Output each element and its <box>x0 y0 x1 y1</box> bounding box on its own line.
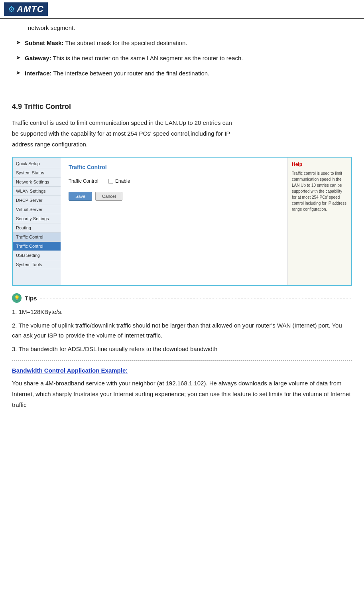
gateway-label: Gateway: <box>25 55 51 61</box>
sidebar-traffic-control-active[interactable]: Traffic Control <box>13 242 61 251</box>
bandwidth-body: You share a 4M-broadband service with yo… <box>12 378 352 410</box>
subnet-text: Subnet Mask: The subnet mask for the spe… <box>25 38 187 48</box>
router-cancel-button[interactable]: Cancel <box>95 192 122 201</box>
router-save-button[interactable]: Save <box>69 192 92 201</box>
sidebar-quick-setup[interactable]: Quick Setup <box>13 159 61 168</box>
sidebar-routing[interactable]: Routing <box>13 223 61 233</box>
sidebar-dhcp-server[interactable]: DHCP Server <box>13 196 61 205</box>
interface-bullet: ➤ Interface: The interface between your … <box>12 69 352 78</box>
interface-label: Interface: <box>25 70 52 77</box>
router-main-area: Traffic Control Traffic Control Enable S… <box>61 158 287 285</box>
bullet-arrow-gateway: ➤ <box>16 54 21 61</box>
bullet-arrow-subnet: ➤ <box>16 39 21 45</box>
section-49-body3: address range configuration. <box>12 141 88 148</box>
screenshot-inner: Quick Setup System Status Network Settin… <box>13 158 351 285</box>
router-help-panel: Help Traffic control is used to limit co… <box>287 158 351 285</box>
bullet-arrow-interface: ➤ <box>16 69 21 76</box>
section-49-heading: 4.9 Triffic Control <box>12 103 352 111</box>
section-49-body2: be supported with the capability for at … <box>12 130 230 137</box>
tips-item-2: 2. The volume of uplink traffic/downlink… <box>12 320 352 341</box>
logo-icon: ⚙ <box>8 4 15 14</box>
router-screenshot: Quick Setup System Status Network Settin… <box>12 157 352 286</box>
tips-item-3: 3. The bandwidth for ADSL/DSL line usual… <box>12 344 352 354</box>
tips-label: Tips <box>25 295 37 302</box>
subnet-desc: The subnet mask for the specified destin… <box>65 39 187 46</box>
subnet-label: Subnet Mask: <box>25 39 64 46</box>
gateway-bullet: ➤ Gateway: This is the next router on th… <box>12 53 352 63</box>
sidebar-system-tools[interactable]: System Tools <box>13 260 61 269</box>
tips-item-1: 1. 1M=128KByte/s. <box>12 307 352 317</box>
router-form-label: Traffic Control <box>69 178 108 184</box>
tips-icon: 💡 <box>12 293 22 303</box>
router-help-text: Traffic control is used to limit communi… <box>292 170 347 212</box>
sidebar-virtual-server[interactable]: Virtual Server <box>13 205 61 214</box>
section-49-body: Traffic control is used to limit communi… <box>12 117 352 150</box>
gateway-desc: This is the next router on the same LAN … <box>53 55 243 61</box>
router-enable-checkbox[interactable] <box>108 179 113 184</box>
interface-desc: The interface between your router and th… <box>53 70 209 77</box>
gateway-text: Gateway: This is the next router on the … <box>25 53 243 63</box>
sidebar-security-settings[interactable]: Security Settings <box>13 214 61 223</box>
interface-text: Interface: The interface between your ro… <box>25 69 209 78</box>
router-buttons: Save Cancel <box>69 192 279 201</box>
router-help-title: Help <box>292 162 347 167</box>
tips-list: 1. 1M=128KByte/s. 2. The volume of uplin… <box>12 307 352 354</box>
sidebar-traffic-control-parent[interactable]: Traffic Control <box>13 233 61 242</box>
network-segment-text: network segment. <box>28 24 75 31</box>
sidebar-network-settings[interactable]: Network Settings <box>13 178 61 187</box>
bandwidth-heading: Bandwidth Control Application Example: <box>12 367 352 374</box>
intro-paragraph: network segment. <box>28 23 352 33</box>
router-sidebar: Quick Setup System Status Network Settin… <box>13 158 61 285</box>
section-49-body1: Traffic control is used to limit communi… <box>12 119 232 126</box>
sidebar-wlan-settings[interactable]: WLAN Settings <box>13 187 61 196</box>
logo-text: AMTC <box>17 4 44 14</box>
tips-header: 💡 Tips <box>12 293 352 303</box>
router-main-title: Traffic Control <box>69 164 279 170</box>
subnet-bullet: ➤ Subnet Mask: The subnet mask for the s… <box>12 38 352 48</box>
page-header: ⚙ AMTC <box>0 0 364 19</box>
tips-section: 💡 Tips 1. 1M=128KByte/s. 2. The volume o… <box>12 293 352 354</box>
router-enable-label: Enable <box>115 178 130 184</box>
section-divider <box>12 360 352 361</box>
router-form-row: Traffic Control Enable <box>69 178 279 184</box>
logo: ⚙ AMTC <box>4 2 48 16</box>
sidebar-system-status[interactable]: System Status <box>13 168 61 178</box>
tips-divider <box>40 298 352 298</box>
sidebar-usb-setting[interactable]: USB Setting <box>13 251 61 260</box>
bandwidth-section: Bandwidth Control Application Example: Y… <box>12 367 352 410</box>
main-content: network segment. ➤ Subnet Mask: The subn… <box>0 19 364 418</box>
